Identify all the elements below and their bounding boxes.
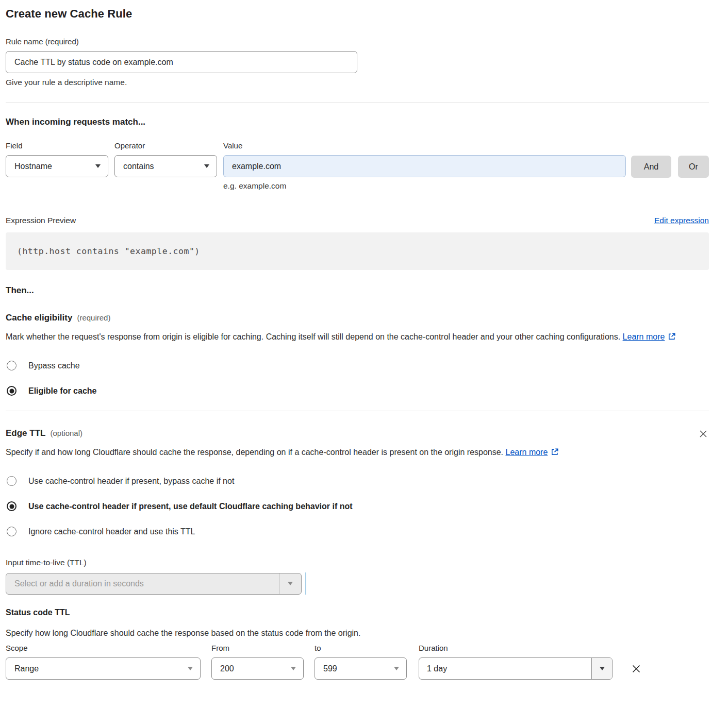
edge-ttl-description: Specify if and how long Cloudflare shoul… xyxy=(6,445,575,461)
create-cache-rule-form: Create new Cache Rule Rule name (require… xyxy=(0,0,728,693)
edge-ttl-description-text: Specify if and how long Cloudflare shoul… xyxy=(6,448,506,457)
learn-more-link[interactable]: Learn more xyxy=(623,332,665,341)
field-select-value: Hostname xyxy=(14,162,52,171)
edge-ttl-title: Edge TTL xyxy=(6,428,45,438)
scope-select-value: Range xyxy=(14,664,39,673)
then-heading: Then... xyxy=(6,285,709,296)
radio-use-header-default-label: Use cache-control header if present, use… xyxy=(28,502,353,511)
cache-eligibility-description-text: Mark whether the request's response from… xyxy=(6,332,623,341)
ttl-input-row: Select or add a duration in seconds xyxy=(6,572,709,595)
text-cursor xyxy=(305,572,306,595)
section-divider xyxy=(6,102,709,103)
ttl-duration-select[interactable]: Select or add a duration in seconds xyxy=(6,573,302,595)
operator-label: Operator xyxy=(114,141,217,150)
learn-more-link[interactable]: Learn more xyxy=(506,448,548,457)
ttl-input-label: Input time-to-live (TTL) xyxy=(6,558,709,567)
or-button[interactable]: Or xyxy=(678,156,709,178)
external-link-icon xyxy=(551,446,559,461)
match-condition-row: Field Hostname Operator contains Value e… xyxy=(6,141,709,191)
chevron-down-icon[interactable] xyxy=(591,658,612,679)
to-label: to xyxy=(315,644,407,652)
chevron-down-icon xyxy=(95,164,101,168)
cache-eligibility-description: Mark whether the request's response from… xyxy=(6,330,699,345)
operator-select-value: contains xyxy=(123,162,154,171)
and-button[interactable]: And xyxy=(631,156,671,178)
expression-preview-label: Expression Preview xyxy=(6,216,76,225)
duration-label: Duration xyxy=(419,644,613,652)
to-select[interactable]: 599 xyxy=(315,657,407,680)
chevron-down-icon xyxy=(279,573,301,594)
operator-column: Operator contains xyxy=(114,141,217,177)
required-tag: (required) xyxy=(77,313,110,322)
rule-name-helper: Give your rule a descriptive name. xyxy=(6,78,709,87)
from-select-value: 200 xyxy=(220,664,234,673)
chevron-down-icon xyxy=(394,667,399,670)
page-title: Create new Cache Rule xyxy=(6,7,709,21)
close-edge-ttl-button[interactable] xyxy=(698,429,709,440)
remove-status-ttl-button[interactable] xyxy=(630,663,642,676)
from-column: From 200 xyxy=(211,644,304,680)
scope-label: Scope xyxy=(6,644,201,652)
ttl-select-placeholder: Select or add a duration in seconds xyxy=(6,573,279,594)
radio-unselected-icon xyxy=(7,527,16,536)
field-select[interactable]: Hostname xyxy=(6,155,108,177)
cache-eligibility-header: Cache eligibility (required) xyxy=(6,313,709,323)
status-code-ttl-row: Scope Range From 200 to 599 Duration 1 d… xyxy=(6,644,709,680)
chevron-down-glyph xyxy=(288,582,293,585)
chevron-down-icon xyxy=(204,164,209,168)
cache-eligibility-title: Cache eligibility xyxy=(6,313,72,323)
operator-select[interactable]: contains xyxy=(114,155,217,177)
match-heading: When incoming requests match... xyxy=(6,117,709,127)
chevron-down-icon xyxy=(291,667,296,670)
field-column: Field Hostname xyxy=(6,141,108,177)
from-select[interactable]: 200 xyxy=(211,657,304,680)
chevron-down-glyph xyxy=(600,667,605,670)
rule-name-group: Rule name (required) Give your rule a de… xyxy=(6,37,709,87)
radio-bypass-cache-label: Bypass cache xyxy=(28,361,80,370)
radio-selected-icon xyxy=(7,386,16,396)
expression-preview-box: (http.host contains "example.com") xyxy=(6,232,709,270)
radio-bypass-cache[interactable]: Bypass cache xyxy=(6,361,709,370)
status-code-ttl-description: Specify how long Cloudflare should cache… xyxy=(6,629,709,638)
close-icon xyxy=(698,429,708,439)
radio-eligible-for-cache-label: Eligible for cache xyxy=(28,386,96,396)
value-input[interactable] xyxy=(223,155,626,177)
radio-eligible-for-cache[interactable]: Eligible for cache xyxy=(6,386,709,396)
radio-selected-icon xyxy=(7,501,16,511)
radio-use-header-default[interactable]: Use cache-control header if present, use… xyxy=(6,501,709,511)
external-link-icon xyxy=(668,331,676,345)
rule-name-label: Rule name (required) xyxy=(6,37,709,46)
scope-select[interactable]: Range xyxy=(6,657,201,680)
duration-select-value: 1 day xyxy=(419,658,591,679)
rule-name-input[interactable] xyxy=(6,51,357,73)
duration-select[interactable]: 1 day xyxy=(419,657,613,680)
duration-column: Duration 1 day xyxy=(419,644,613,680)
expression-header: Expression Preview Edit expression xyxy=(6,216,709,225)
edge-ttl-header: Edge TTL (optional) xyxy=(6,428,709,438)
to-column: to 599 xyxy=(315,644,407,680)
radio-ignore-header-label: Ignore cache-control header and use this… xyxy=(28,527,195,536)
radio-ignore-header[interactable]: Ignore cache-control header and use this… xyxy=(6,527,709,536)
value-label: Value xyxy=(223,141,626,150)
field-label: Field xyxy=(6,141,108,150)
logic-buttons: And Or xyxy=(631,141,709,178)
edit-expression-link[interactable]: Edit expression xyxy=(654,216,709,225)
radio-unselected-icon xyxy=(7,476,16,486)
to-select-value: 599 xyxy=(323,664,337,673)
radio-use-header-bypass[interactable]: Use cache-control header if present, byp… xyxy=(6,476,709,486)
value-hint: e.g. example.com xyxy=(223,181,626,191)
expression-code: (http.host contains "example.com") xyxy=(17,246,200,256)
from-label: From xyxy=(211,644,304,652)
close-icon xyxy=(631,663,642,674)
section-divider xyxy=(6,411,709,411)
status-code-ttl-title: Status code TTL xyxy=(6,608,709,617)
radio-use-header-bypass-label: Use cache-control header if present, byp… xyxy=(28,477,234,486)
scope-column: Scope Range xyxy=(6,644,201,680)
optional-tag: (optional) xyxy=(50,429,82,437)
chevron-down-icon xyxy=(188,667,193,670)
radio-unselected-icon xyxy=(7,361,16,370)
value-column: Value e.g. example.com xyxy=(223,141,626,191)
